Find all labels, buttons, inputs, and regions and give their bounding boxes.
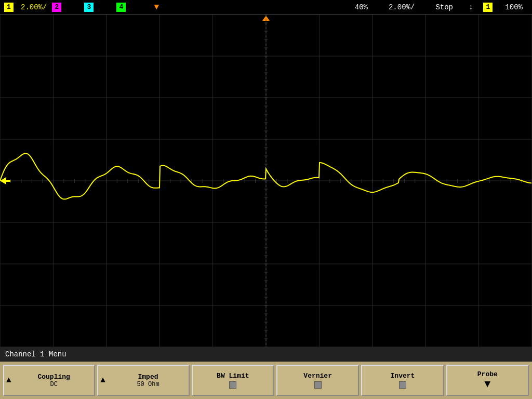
- impedance-arrow-icon: ▲: [100, 376, 105, 385]
- trigger-icon: ↕: [463, 3, 478, 11]
- channel-info-bar: Channel 1 Menu: [0, 347, 532, 362]
- waveform-canvas: [0, 15, 532, 347]
- oscilloscope: 1 2.00%/ 2 3 4 ▼ 40% 2.00%/ Stop ↕ 1 100…: [0, 0, 532, 399]
- vernier-button[interactable]: Vernier: [276, 365, 359, 396]
- top-bar: 1 2.00%/ 2 3 4 ▼ 40% 2.00%/ Stop ↕ 1 100…: [0, 0, 532, 15]
- ch1-scale: 2.00%/: [16, 3, 52, 11]
- run-status: Stop: [430, 3, 458, 11]
- trigger-position-arrow: ▼: [149, 3, 164, 12]
- ch4-box: 4: [116, 3, 126, 12]
- bw-limit-label: BW Limit: [217, 372, 249, 380]
- channel-menu-label: Channel 1 Menu: [5, 350, 66, 358]
- zoom-level: 100%: [500, 3, 528, 11]
- vernier-indicator: [314, 381, 322, 389]
- vernier-label: Vernier: [303, 372, 332, 380]
- bw-limit-indicator: [229, 381, 236, 389]
- bw-limit-button[interactable]: BW Limit: [192, 365, 274, 396]
- ch2-box: 2: [52, 3, 61, 12]
- coupling-value: DC: [50, 381, 57, 388]
- ch1-box: 1: [4, 3, 14, 12]
- bottom-menu: ▲ Coupling DC ▲ Imped 50 Ohm BW Limit Ve…: [0, 362, 532, 399]
- impedance-button[interactable]: ▲ Imped 50 Ohm: [97, 365, 189, 396]
- coupling-label: Coupling: [37, 373, 70, 381]
- probe-label: Probe: [477, 370, 498, 378]
- ch3-box: 3: [84, 3, 94, 12]
- ch1-trigger-box: 1: [483, 3, 493, 12]
- coupling-arrow-icon: ▲: [6, 376, 11, 385]
- impedance-value: 50 Ohm: [137, 381, 159, 388]
- invert-button[interactable]: Invert: [361, 365, 444, 396]
- probe-button[interactable]: Probe ▼: [446, 365, 529, 396]
- coupling-button[interactable]: ▲ Coupling DC: [3, 365, 95, 396]
- impedance-label: Imped: [138, 373, 158, 381]
- display-area: [0, 15, 532, 347]
- time-scale: 2.00%/: [383, 3, 420, 11]
- probe-arrow-icon: ▼: [484, 378, 490, 390]
- time-position: 40%: [350, 3, 373, 11]
- invert-indicator: [399, 381, 406, 389]
- invert-label: Invert: [391, 372, 415, 380]
